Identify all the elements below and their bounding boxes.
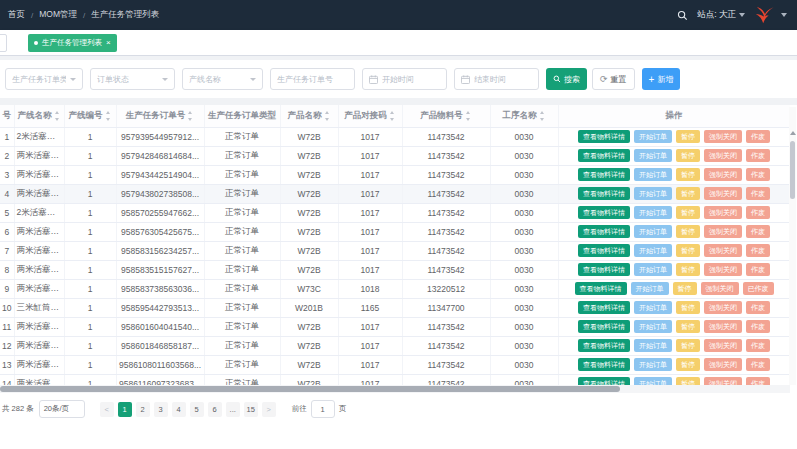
start-order-button[interactable]: 开始订单	[634, 358, 672, 371]
void-button[interactable]: 作废	[746, 263, 770, 276]
reset-button[interactable]: ⟳ 重置	[592, 68, 635, 90]
order-no-input[interactable]: 生产任务订单号	[270, 68, 355, 90]
void-button[interactable]: 已作废	[743, 282, 774, 295]
force-close-button[interactable]: 强制关闭	[704, 206, 742, 219]
next-page-button[interactable]: >	[262, 402, 276, 417]
void-button[interactable]: 作废	[746, 187, 770, 200]
force-close-button[interactable]: 强制关闭	[701, 282, 739, 295]
search-icon[interactable]	[677, 10, 688, 21]
tab-production-task-list[interactable]: 生产任务管理列表 ×	[28, 34, 117, 52]
view-material-button[interactable]: 查看物料详情	[578, 187, 630, 200]
page-button-4[interactable]: 4	[172, 402, 186, 417]
pause-button[interactable]: 暂停	[676, 339, 700, 352]
pause-button[interactable]: 暂停	[676, 320, 700, 333]
end-time-picker[interactable]: 结束时间	[454, 68, 539, 90]
start-order-button[interactable]: 开始订单	[634, 339, 672, 352]
sort-caret-icon[interactable]	[389, 111, 396, 121]
start-order-button[interactable]: 开始订单	[634, 149, 672, 162]
breadcrumb-mom[interactable]: MOM管理	[39, 9, 77, 21]
view-material-button[interactable]: 查看物料详情	[578, 149, 630, 162]
view-material-button[interactable]: 查看物料详情	[578, 339, 630, 352]
vertical-scrollbar[interactable]	[789, 107, 796, 385]
sort-caret-icon[interactable]	[54, 111, 61, 121]
close-icon[interactable]: ×	[106, 39, 111, 47]
goto-page-input[interactable]: 1	[311, 400, 335, 418]
add-button[interactable]: + 新增	[642, 68, 681, 90]
view-material-button[interactable]: 查看物料详情	[578, 168, 630, 181]
prev-page-button[interactable]: <	[100, 402, 114, 417]
column-header-产品对接码[interactable]: 产品对接码	[338, 105, 402, 127]
column-header-产线编号[interactable]: 产线编号	[64, 105, 116, 127]
sort-caret-icon[interactable]	[465, 111, 472, 121]
start-order-button[interactable]: 开始订单	[631, 282, 669, 295]
user-menu[interactable]	[754, 5, 787, 25]
column-header-工序名称[interactable]: 工序名称	[490, 105, 558, 127]
force-close-button[interactable]: 强制关闭	[704, 263, 742, 276]
force-close-button[interactable]: 强制关闭	[704, 187, 742, 200]
column-header-产品名称[interactable]: 产品名称	[280, 105, 338, 127]
void-button[interactable]: 作废	[746, 301, 770, 314]
void-button[interactable]: 作废	[746, 339, 770, 352]
column-header-产品物料号[interactable]: 产品物料号	[402, 105, 490, 127]
start-order-button[interactable]: 开始订单	[634, 225, 672, 238]
void-button[interactable]: 作废	[746, 130, 770, 143]
view-material-button[interactable]: 查看物料详情	[578, 244, 630, 257]
page-button-5[interactable]: 5	[190, 402, 204, 417]
sort-caret-icon[interactable]	[539, 111, 546, 121]
force-close-button[interactable]: 强制关闭	[704, 225, 742, 238]
pause-button[interactable]: 暂停	[676, 130, 700, 143]
view-material-button[interactable]: 查看物料详情	[578, 225, 630, 238]
void-button[interactable]: 作废	[746, 149, 770, 162]
view-material-button[interactable]: 查看物料详情	[578, 263, 630, 276]
pause-button[interactable]: 暂停	[676, 149, 700, 162]
start-order-button[interactable]: 开始订单	[634, 301, 672, 314]
void-button[interactable]: 作废	[746, 168, 770, 181]
pause-button[interactable]: 暂停	[676, 263, 700, 276]
force-close-button[interactable]: 强制关闭	[704, 244, 742, 257]
order-status-select[interactable]: 订单状态	[90, 68, 175, 90]
page-button-3[interactable]: 3	[154, 402, 168, 417]
void-button[interactable]: 作废	[746, 206, 770, 219]
vertical-scrollbar-thumb[interactable]	[790, 141, 795, 199]
page-button-2[interactable]: 2	[136, 402, 150, 417]
scroll-up-arrow-icon[interactable]	[790, 131, 796, 135]
start-order-button[interactable]: 开始订单	[634, 187, 672, 200]
pause-button[interactable]: 暂停	[676, 225, 700, 238]
start-order-button[interactable]: 开始订单	[634, 320, 672, 333]
horizontal-scrollbar[interactable]	[0, 385, 790, 393]
sort-caret-icon[interactable]	[324, 111, 331, 121]
pause-button[interactable]: 暂停	[676, 168, 700, 181]
view-material-button[interactable]: 查看物料详情	[578, 130, 630, 143]
force-close-button[interactable]: 强制关闭	[704, 149, 742, 162]
pause-button[interactable]: 暂停	[676, 358, 700, 371]
pause-button[interactable]: 暂停	[673, 282, 697, 295]
pause-button[interactable]: 暂停	[676, 187, 700, 200]
line-name-select[interactable]: 产线名称	[182, 68, 263, 90]
pause-button[interactable]: 暂停	[676, 301, 700, 314]
start-order-button[interactable]: 开始订单	[634, 130, 672, 143]
view-material-button[interactable]: 查看物料详情	[578, 358, 630, 371]
start-order-button[interactable]: 开始订单	[634, 263, 672, 276]
breadcrumb-home[interactable]: 首页	[8, 9, 25, 21]
site-selector[interactable]: 站点: 大正	[697, 9, 745, 21]
column-header-产线名称[interactable]: 产线名称	[14, 105, 64, 127]
force-close-button[interactable]: 强制关闭	[704, 320, 742, 333]
pause-button[interactable]: 暂停	[676, 206, 700, 219]
start-order-button[interactable]: 开始订单	[634, 244, 672, 257]
start-order-button[interactable]: 开始订单	[634, 206, 672, 219]
force-close-button[interactable]: 强制关闭	[704, 339, 742, 352]
sort-caret-icon[interactable]	[187, 111, 194, 121]
page-button-6[interactable]: 6	[208, 402, 222, 417]
tab-clipped[interactable]	[0, 34, 7, 52]
start-order-button[interactable]: 开始订单	[634, 168, 672, 181]
sort-caret-icon[interactable]	[105, 111, 112, 121]
page-button-15[interactable]: 15	[244, 402, 258, 417]
pause-button[interactable]: 暂停	[676, 244, 700, 257]
view-material-button[interactable]: 查看物料详情	[578, 301, 630, 314]
search-button[interactable]: 搜索	[546, 68, 587, 90]
void-button[interactable]: 作废	[746, 225, 770, 238]
void-button[interactable]: 作废	[746, 320, 770, 333]
page-button-1[interactable]: 1	[118, 402, 132, 417]
page-size-select[interactable]: 20条/页	[39, 400, 85, 418]
start-time-picker[interactable]: 开始时间	[362, 68, 447, 90]
